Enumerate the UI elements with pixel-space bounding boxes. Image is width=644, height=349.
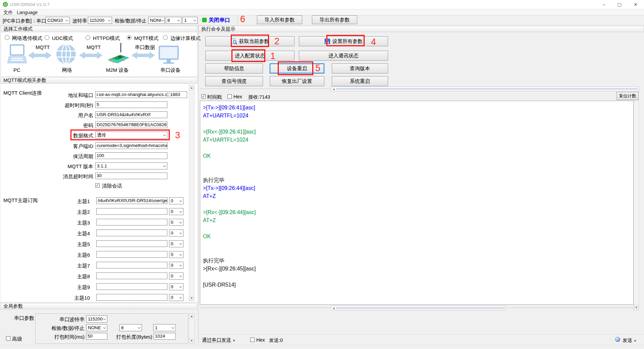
minimize-button[interactable]: –: [596, 0, 612, 9]
topic-qos-select[interactable]: 0: [169, 208, 183, 215]
get-params-button[interactable]: 获取当前参数: [205, 36, 294, 46]
topic-qos-select[interactable]: 0: [169, 219, 183, 226]
password-input[interactable]: D025D767654679BE0FB1AC08267C7: [95, 121, 167, 128]
radio-net-transparent[interactable]: [5, 35, 9, 40]
enter-config-button[interactable]: 进入配置状态: [205, 51, 294, 61]
log-line: [203, 120, 631, 128]
framing-label: 检验/数据/停止: [115, 18, 147, 24]
log-hex-checkbox[interactable]: [227, 94, 232, 99]
log-lines: >[Tx->][09:26:41][asc]AT+UARTFL=1024 >[R…: [200, 101, 633, 292]
clean-session-label: 清除会话: [102, 183, 122, 189]
radio-udc-mode[interactable]: [45, 35, 49, 40]
scroll-up-icon[interactable]: ▲: [189, 85, 194, 90]
scroll-down-icon[interactable]: ▼: [189, 296, 194, 301]
send-via-serial-dropdown[interactable]: 通过串口发送 ▼: [202, 337, 235, 343]
system-reboot-button[interactable]: 系统重启: [332, 76, 388, 86]
slider-thumb-icon[interactable]: ▲: [332, 307, 335, 310]
data-format-label: 数据格式: [47, 132, 93, 139]
log-output-area[interactable]: >[Tx->][09:26:41][asc]AT+UARTFL=1024 >[R…: [200, 101, 634, 305]
log-line: [203, 273, 631, 281]
topic-qos-select[interactable]: 0: [169, 240, 183, 247]
annotation-6: 6: [240, 15, 245, 24]
log-top-trackbar[interactable]: ▲: [331, 87, 639, 91]
topic-qos-select[interactable]: 0: [169, 197, 183, 204]
client-id-input[interactable]: curemode=3,signmethod=hmacsha1|: [95, 142, 167, 149]
parity-select[interactable]: NONI: [148, 17, 165, 24]
port-input[interactable]: 1883: [169, 91, 187, 98]
topic-input[interactable]: [96, 230, 167, 236]
topic-qos-select[interactable]: 0: [169, 294, 183, 301]
topic-input[interactable]: [96, 294, 167, 301]
radio-mqtt-mode[interactable]: [127, 35, 131, 40]
close-button[interactable]: ✕: [627, 0, 644, 9]
pc-port-select[interactable]: COM10: [46, 17, 70, 24]
maximize-button[interactable]: ▢: [612, 0, 627, 9]
enter-comm-button[interactable]: 进入通讯状态: [299, 51, 388, 61]
timestamp-checkbox[interactable]: ✓: [201, 94, 206, 99]
topic-input[interactable]: [96, 283, 167, 290]
log-line: AT+UARTFL=1024: [203, 112, 631, 120]
chevron-down-icon: [177, 18, 180, 21]
clean-session-checkbox[interactable]: ✓: [95, 183, 100, 188]
address-input[interactable]: i.iot-as-mqtt.cn-shanghai.aliyuncs.com: [95, 91, 167, 98]
topic-qos-select[interactable]: 0: [169, 262, 183, 269]
stopbits-select[interactable]: 1: [182, 17, 198, 24]
query-version-button[interactable]: 查询版本: [332, 63, 388, 73]
data-format-select[interactable]: 透传: [95, 132, 167, 139]
chevron-down-icon: [179, 263, 182, 266]
chevron-down-icon: ▼: [634, 339, 637, 343]
log-bottom-trackbar[interactable]: ▲: [331, 306, 506, 310]
log-vertical-scrollbar[interactable]: ▼: [634, 101, 639, 310]
global-scrollbar[interactable]: ▲ ▼: [189, 313, 195, 344]
global-parity-select[interactable]: NONE: [86, 324, 107, 331]
factory-reset-button[interactable]: 恢复出厂设置: [270, 76, 324, 86]
msg-timeout-input[interactable]: 30: [95, 172, 167, 179]
send-hex-label: Hex: [256, 337, 265, 343]
topic-input[interactable]: [96, 240, 167, 247]
close-port-button[interactable]: 关闭串口: [209, 17, 230, 24]
scroll-down-icon[interactable]: ▼: [634, 305, 639, 310]
topic-qos-select[interactable]: 0: [169, 272, 183, 280]
log-line: [203, 160, 631, 168]
import-params-button[interactable]: 导入所有参数: [257, 15, 302, 24]
help-button[interactable]: 帮助信息: [205, 63, 263, 73]
topic-input[interactable]: [96, 208, 167, 215]
topic-input[interactable]: [96, 262, 167, 268]
params-scrollbar[interactable]: ▲ ▼: [189, 85, 195, 301]
topic-qos-select[interactable]: 0: [169, 230, 183, 237]
baud-select[interactable]: 115200: [88, 17, 112, 24]
query-signal-button[interactable]: 查信号强度: [205, 76, 263, 86]
topic-input[interactable]: /i4u4VIKvRXf/USR-DR514/user/get: [96, 197, 167, 204]
reset-count-button[interactable]: 复位计数: [616, 92, 639, 100]
log-line: AT+Z: [203, 192, 631, 200]
global-databits-select[interactable]: 8: [119, 324, 142, 331]
topic-qos-select[interactable]: 0: [169, 283, 183, 290]
radio-httpd-mode[interactable]: [86, 35, 90, 40]
menu-bar: [0, 9, 644, 15]
advanced-checkbox[interactable]: [6, 336, 10, 341]
send-hex-checkbox[interactable]: [250, 338, 255, 342]
global-baud-select[interactable]: 115200: [86, 315, 107, 322]
radio-edge-mode[interactable]: [163, 35, 168, 40]
slider-thumb-icon[interactable]: ▲: [332, 88, 335, 91]
keepalive-input[interactable]: 100: [95, 152, 167, 159]
topic-input[interactable]: [96, 272, 167, 279]
mqtt-version-select[interactable]: 3.1.1: [95, 162, 167, 169]
scroll-down-icon[interactable]: ▼: [189, 338, 194, 343]
timeout-input[interactable]: 5: [95, 101, 167, 108]
menu-language[interactable]: Language: [17, 10, 38, 15]
global-stopbits-select[interactable]: 1: [153, 324, 176, 331]
username-input[interactable]: USR-DR514&i4u4VIKvRXf: [95, 111, 167, 118]
topic-input[interactable]: [96, 251, 167, 258]
mqtt-version-label: MQTT 版本: [47, 163, 93, 170]
topic-qos-select[interactable]: 0: [169, 251, 183, 258]
global-framing-label: 检验/数据/停止: [41, 325, 85, 332]
pack-time-input[interactable]: 50: [86, 333, 107, 340]
export-params-button[interactable]: 导出所有参数: [312, 15, 357, 24]
topic-label: 主题3: [47, 219, 90, 226]
send-button[interactable]: 发送 ▼: [623, 337, 637, 344]
databits-select[interactable]: 8: [166, 17, 181, 24]
pack-len-input[interactable]: 1024: [154, 333, 176, 340]
scroll-up-icon[interactable]: ▲: [189, 314, 194, 319]
topic-input[interactable]: [96, 219, 167, 226]
